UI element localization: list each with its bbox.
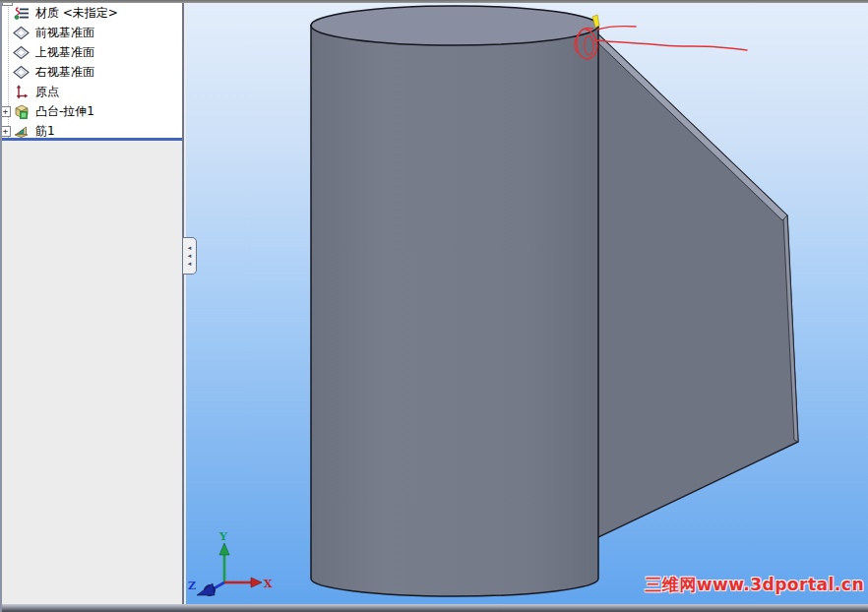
tree-item-label: 上视基准面	[35, 42, 94, 62]
plane-icon	[13, 64, 30, 81]
window-top-border	[0, 0, 868, 3]
tree-panel-lower-area	[0, 141, 182, 604]
tree-item-label: 材质 <未指定>	[35, 3, 118, 23]
triad-x-arrow	[251, 578, 262, 587]
feature-tree: 材质 <未指定> 前视基准面 上视基准面	[0, 0, 182, 141]
window-left-border	[0, 0, 2, 612]
tree-item-label: 右视基准面	[35, 62, 94, 82]
origin-icon	[13, 84, 30, 100]
extrude-icon	[13, 103, 30, 120]
model-canvas[interactable]: Y X Z	[186, 0, 868, 604]
statusbar-edge	[0, 604, 868, 612]
rib-icon	[13, 123, 30, 140]
feature-tree-panel: 材质 <未指定> 前视基准面 上视基准面	[0, 0, 184, 604]
plane-icon	[13, 44, 30, 61]
rib-feature[interactable]	[592, 32, 798, 539]
tree-item-origin[interactable]: 原点	[0, 82, 182, 101]
tree-item-right-plane[interactable]: 右视基准面	[0, 62, 182, 82]
cylinder-boss[interactable]	[311, 6, 598, 596]
reference-triad: Y X Z	[188, 530, 273, 596]
watermark: 三维网www.3dportal.cn	[645, 574, 864, 596]
panel-splitter-handle[interactable]: ◂ ◂ ◂	[183, 237, 197, 275]
material-icon	[13, 5, 30, 22]
tree-item-material[interactable]: 材质 <未指定>	[0, 3, 182, 23]
tree-item-boss-extrude1[interactable]: + 凸台-拉伸1	[0, 101, 182, 121]
triad-y-arrow	[219, 543, 229, 555]
splitter-arrow-icon: ◂	[188, 252, 192, 260]
splitter-arrow-icon: ◂	[188, 244, 192, 252]
tree-item-label: 前视基准面	[35, 23, 94, 42]
splitter-arrow-icon: ◂	[188, 260, 192, 268]
tree-item-top-plane[interactable]: 上视基准面	[0, 42, 182, 62]
triad-z-label: Z	[188, 580, 196, 592]
triad-x-label: X	[264, 578, 273, 590]
tree-panel-divider	[0, 138, 182, 141]
triad-y-label: Y	[218, 530, 227, 543]
cylinder-top-face[interactable]	[311, 6, 598, 45]
plane-icon	[13, 25, 30, 41]
graphics-viewport[interactable]: Y X Z 三维网www.3dportal.cn	[186, 0, 868, 604]
tree-item-label: 凸台-拉伸1	[35, 101, 94, 121]
tree-item-label: 原点	[35, 82, 59, 101]
tree-item-front-plane[interactable]: 前视基准面	[0, 23, 182, 42]
